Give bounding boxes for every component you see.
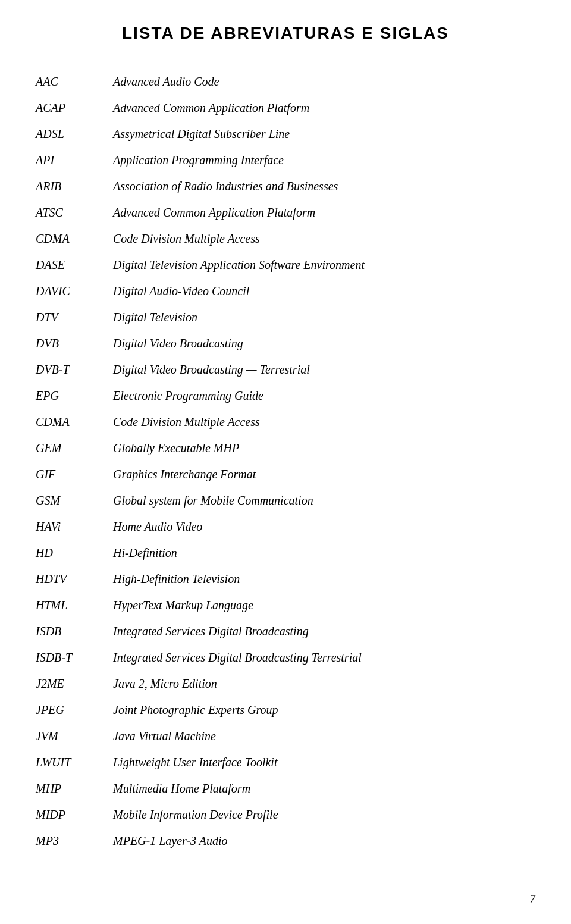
list-item: J2MEJava 2, Micro Edition: [36, 675, 535, 693]
abbr-code: DVB: [36, 334, 113, 352]
list-item: MIDPMobile Information Device Profile: [36, 806, 535, 823]
list-item: DTVDigital Television: [36, 308, 535, 326]
abbr-code: DTV: [36, 308, 113, 326]
list-item: ISDB-TIntegrated Services Digital Broadc…: [36, 649, 535, 666]
list-item: JPEGJoint Photographic Experts Group: [36, 701, 535, 719]
abbr-code: DVB-T: [36, 361, 113, 378]
abbr-definition: Digital Television Application Software …: [113, 256, 535, 274]
list-item: ATSCAdvanced Common Application Platafor…: [36, 203, 535, 221]
abbr-definition: Digital Video Broadcasting — Terrestrial: [113, 361, 535, 378]
list-item: DVBDigital Video Broadcasting: [36, 334, 535, 352]
abbr-code: JPEG: [36, 701, 113, 719]
abbr-definition: Advanced Common Application Plataform: [113, 203, 535, 221]
abbr-definition: Multimedia Home Plataform: [113, 779, 535, 797]
abbr-code: GSM: [36, 491, 113, 509]
abbr-code: J2ME: [36, 675, 113, 693]
abbr-code: ARIB: [36, 177, 113, 195]
abbr-code: ACAP: [36, 99, 113, 117]
list-item: HDTVHigh-Definition Television: [36, 570, 535, 588]
list-item: HAViHome Audio Video: [36, 518, 535, 535]
list-item: ADSLAssymetrical Digital Subscriber Line: [36, 125, 535, 143]
abbr-code: HAVi: [36, 518, 113, 535]
abbr-code: HD: [36, 544, 113, 562]
list-item: EPGElectronic Programming Guide: [36, 387, 535, 405]
abbr-code: AAC: [36, 73, 113, 90]
list-item: GSMGlobal system for Mobile Communicatio…: [36, 491, 535, 509]
abbr-code: API: [36, 151, 113, 169]
list-item: HTMLHyperText Markup Language: [36, 596, 535, 614]
abbr-code: DASE: [36, 256, 113, 274]
list-item: LWUITLightweight User Interface Toolkit: [36, 753, 535, 771]
abbr-definition: Advanced Common Application Platform: [113, 99, 535, 117]
abbr-code: LWUIT: [36, 753, 113, 771]
abbr-definition: HyperText Markup Language: [113, 596, 535, 614]
abbr-code: CDMA: [36, 230, 113, 248]
abbr-code: HDTV: [36, 570, 113, 588]
abbr-code: JVM: [36, 727, 113, 745]
page-title: LISTA DE ABREVIATURAS E SIGLAS: [36, 24, 535, 43]
list-item: ISDBIntegrated Services Digital Broadcas…: [36, 622, 535, 640]
abbr-code: MIDP: [36, 806, 113, 823]
list-item: CDMACode Division Multiple Access: [36, 230, 535, 248]
abbr-definition: Digital Television: [113, 308, 535, 326]
list-item: ARIBAssociation of Radio Industries and …: [36, 177, 535, 195]
abbr-definition: Assymetrical Digital Subscriber Line: [113, 125, 535, 143]
list-item: ACAPAdvanced Common Application Platform: [36, 99, 535, 117]
abbr-definition: Association of Radio Industries and Busi…: [113, 177, 535, 195]
abbr-definition: Integrated Services Digital Broadcasting: [113, 622, 535, 640]
abbr-definition: Graphics Interchange Format: [113, 465, 535, 483]
list-item: APIApplication Programming Interface: [36, 151, 535, 169]
abbr-definition: Digital Video Broadcasting: [113, 334, 535, 352]
abbr-definition: Advanced Audio Code: [113, 73, 535, 90]
abbr-code: HTML: [36, 596, 113, 614]
list-item: DVB-TDigital Video Broadcasting — Terres…: [36, 361, 535, 378]
abbr-definition: Java 2, Micro Edition: [113, 675, 535, 693]
list-item: CDMACode Division Multiple Access: [36, 413, 535, 431]
abbr-code: GIF: [36, 465, 113, 483]
abbr-definition: Java Virtual Machine: [113, 727, 535, 745]
abbr-code: MP3: [36, 832, 113, 850]
abbreviation-list: AACAdvanced Audio CodeACAPAdvanced Commo…: [36, 73, 535, 850]
abbr-definition: Globally Executable MHP: [113, 439, 535, 457]
abbr-definition: High-Definition Television: [113, 570, 535, 588]
list-item: MHPMultimedia Home Plataform: [36, 779, 535, 797]
list-item: JVMJava Virtual Machine: [36, 727, 535, 745]
abbr-definition: Home Audio Video: [113, 518, 535, 535]
abbr-definition: Digital Audio-Video Council: [113, 282, 535, 300]
list-item: DAVICDigital Audio-Video Council: [36, 282, 535, 300]
abbr-definition: Hi-Definition: [113, 544, 535, 562]
abbr-definition: Electronic Programming Guide: [113, 387, 535, 405]
abbr-code: ADSL: [36, 125, 113, 143]
abbr-definition: Application Programming Interface: [113, 151, 535, 169]
abbr-definition: Code Division Multiple Access: [113, 413, 535, 431]
abbr-code: ISDB-T: [36, 649, 113, 666]
abbr-definition: Integrated Services Digital Broadcasting…: [113, 649, 535, 666]
list-item: DASEDigital Television Application Softw…: [36, 256, 535, 274]
abbr-definition: Lightweight User Interface Toolkit: [113, 753, 535, 771]
page-number: 7: [529, 892, 535, 906]
list-item: GEMGlobally Executable MHP: [36, 439, 535, 457]
abbr-definition: Code Division Multiple Access: [113, 230, 535, 248]
abbr-code: DAVIC: [36, 282, 113, 300]
list-item: MP3MPEG-1 Layer-3 Audio: [36, 832, 535, 850]
abbr-definition: Mobile Information Device Profile: [113, 806, 535, 823]
abbr-definition: MPEG-1 Layer-3 Audio: [113, 832, 535, 850]
abbr-definition: Global system for Mobile Communication: [113, 491, 535, 509]
list-item: AACAdvanced Audio Code: [36, 73, 535, 90]
abbr-code: EPG: [36, 387, 113, 405]
abbr-definition: Joint Photographic Experts Group: [113, 701, 535, 719]
abbr-code: ISDB: [36, 622, 113, 640]
list-item: GIFGraphics Interchange Format: [36, 465, 535, 483]
abbr-code: ATSC: [36, 203, 113, 221]
abbr-code: GEM: [36, 439, 113, 457]
abbr-code: MHP: [36, 779, 113, 797]
abbr-code: CDMA: [36, 413, 113, 431]
list-item: HDHi-Definition: [36, 544, 535, 562]
